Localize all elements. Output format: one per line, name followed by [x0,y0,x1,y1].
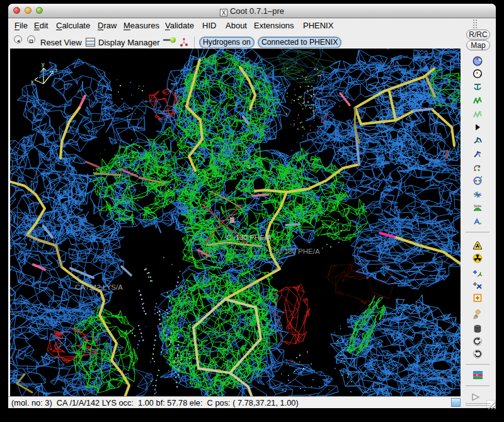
svg-text:Side: Side [474,204,482,208]
